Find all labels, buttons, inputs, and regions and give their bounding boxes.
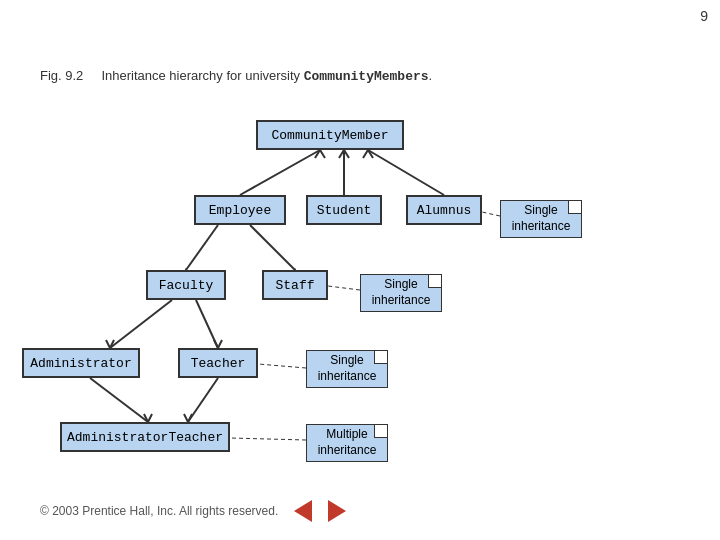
single-inheritance-note-1: Single inheritance	[500, 200, 582, 238]
svg-line-12	[230, 438, 306, 440]
svg-line-2	[368, 150, 444, 195]
single-inheritance-note-2: Single inheritance	[360, 274, 442, 312]
page-number: 9	[700, 8, 708, 24]
alumnus-node: Alumnus	[406, 195, 482, 225]
fig-label: Fig. 9.2	[40, 68, 83, 83]
svg-line-5	[110, 300, 172, 348]
copyright-text: © 2003 Prentice Hall, Inc. All rights re…	[40, 504, 278, 518]
caption-text: Inheritance hierarchy for university	[101, 68, 300, 83]
teacher-node: Teacher	[178, 348, 258, 378]
admin-teacher-node: AdministratorTeacher	[60, 422, 230, 452]
faculty-node: Faculty	[146, 270, 226, 300]
student-node: Student	[306, 195, 382, 225]
svg-line-7	[90, 378, 148, 422]
svg-line-8	[188, 378, 218, 422]
svg-line-9	[482, 212, 500, 216]
administrator-node: Administrator	[22, 348, 140, 378]
employee-node: Employee	[194, 195, 286, 225]
svg-line-6	[196, 300, 218, 348]
caption-code: CommunityMembers	[304, 69, 429, 84]
next-button[interactable]	[328, 500, 346, 522]
svg-line-4	[250, 225, 295, 270]
svg-line-10	[328, 286, 360, 290]
figure-caption: Fig. 9.2 Inheritance hierarchy for unive…	[40, 68, 432, 84]
prev-button[interactable]	[294, 500, 312, 522]
footer: © 2003 Prentice Hall, Inc. All rights re…	[40, 500, 346, 522]
community-member-node: CommunityMember	[256, 120, 404, 150]
staff-node: Staff	[262, 270, 328, 300]
single-inheritance-note-3: Single inheritance	[306, 350, 388, 388]
svg-line-0	[240, 150, 320, 195]
multiple-inheritance-note: Multiple inheritance	[306, 424, 388, 462]
svg-line-3	[186, 225, 218, 270]
svg-line-11	[258, 364, 306, 368]
